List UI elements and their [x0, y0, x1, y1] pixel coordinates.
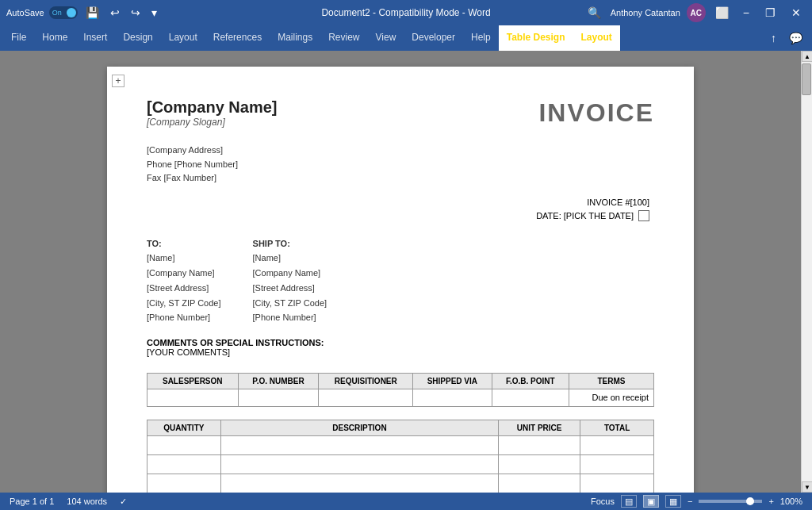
col-requisitioner: REQUISITIONER [319, 373, 413, 389]
item-2-qty[interactable] [147, 454, 221, 474]
po-number-value[interactable] [238, 389, 319, 406]
close-button[interactable]: ✕ [787, 0, 806, 25]
item-2-price[interactable] [499, 454, 580, 474]
tab-table-layout[interactable]: Layout [573, 25, 620, 51]
col-fob-point: F.O.B. POINT [492, 373, 569, 389]
autosave-toggle[interactable]: On [49, 6, 78, 19]
zoom-out-icon[interactable]: − [688, 497, 692, 506]
company-address: [Company Address] [147, 144, 654, 158]
salesperson-value[interactable] [147, 389, 239, 406]
vertical-scrollbar[interactable]: ▲ ▼ [801, 51, 812, 493]
maximize-button[interactable]: ❐ [760, 0, 780, 25]
view-print-button[interactable]: ▤ [621, 495, 637, 508]
terms-value[interactable]: Due on receipt [569, 389, 653, 406]
comments-icon[interactable]: 💬 [783, 32, 809, 44]
customize-icon[interactable]: ▾ [148, 5, 160, 21]
title-bar-right: 🔍 Anthony Catantan AC ⬜ − ❐ ✕ [539, 0, 806, 25]
tab-home[interactable]: Home [34, 25, 75, 51]
undo-icon[interactable]: ↩ [107, 5, 123, 21]
status-left: Page 1 of 1 104 words ✓ [10, 497, 127, 507]
tab-table-design[interactable]: Table Design [499, 25, 573, 51]
tab-review[interactable]: Review [320, 25, 367, 51]
date-checkbox[interactable] [638, 210, 649, 221]
item-3-price[interactable] [499, 474, 580, 493]
requisitioner-value[interactable] [319, 389, 413, 406]
ship-name: [Name] [253, 251, 327, 266]
col-terms: TERMS [569, 373, 653, 389]
redo-icon[interactable]: ↪ [128, 5, 144, 21]
shipped-via-value[interactable] [413, 389, 492, 406]
company-slogan: [Company Slogan] [147, 117, 277, 128]
proofing-icon[interactable]: ✓ [120, 497, 127, 507]
invoice-number: INVOICE #[100] [533, 197, 653, 208]
tab-help[interactable]: Help [463, 25, 499, 51]
tab-layout[interactable]: Layout [161, 25, 205, 51]
page-info: Page 1 of 1 [10, 497, 54, 507]
comments-label: COMMENTS OR SPECIAL INSTRUCTIONS: [147, 338, 654, 347]
item-1-total[interactable] [580, 435, 654, 454]
tab-design[interactable]: Design [115, 25, 160, 51]
share-icon[interactable]: ↑ [764, 32, 783, 44]
autosave-label: AutoSave [6, 8, 44, 17]
search-icon[interactable]: 🔍 [584, 5, 604, 21]
scroll-track[interactable] [802, 62, 812, 481]
scroll-down-button[interactable]: ▼ [802, 481, 812, 493]
document-content[interactable]: + [Company Name] [Company Slogan] INVOIC… [0, 51, 801, 493]
tab-references[interactable]: References [205, 25, 270, 51]
scroll-thumb[interactable] [802, 63, 811, 95]
item-1-desc[interactable] [220, 435, 498, 454]
tab-developer[interactable]: Developer [404, 25, 463, 51]
info-table: SALESPERSON P.O. NUMBER REQUISITIONER SH… [147, 373, 654, 407]
tab-mailings[interactable]: Mailings [270, 25, 320, 51]
item-1-qty[interactable] [147, 435, 221, 454]
col-quantity: QUANTITY [147, 420, 221, 435]
scroll-up-button[interactable]: ▲ [802, 51, 812, 62]
item-2-total[interactable] [580, 454, 654, 474]
item-2-desc[interactable] [220, 454, 498, 474]
billing-address: TO: [Name] [Company Name] [Street Addres… [147, 236, 221, 325]
zoom-slider[interactable] [699, 500, 762, 503]
info-table-row: Due on receipt [147, 389, 654, 406]
tab-file[interactable]: File [3, 25, 34, 51]
comments-value: [YOUR COMMENTS] [147, 347, 654, 357]
item-3-qty[interactable] [147, 474, 221, 493]
focus-label[interactable]: Focus [591, 497, 615, 506]
view-read-button[interactable]: ▦ [665, 495, 681, 508]
status-bar: Page 1 of 1 104 words ✓ Focus ▤ ▣ ▦ − + … [0, 493, 812, 510]
title-bar: AutoSave On 💾 ↩ ↪ ▾ Document2 - Compatib… [0, 0, 812, 25]
zoom-thumb [746, 497, 754, 505]
ribbon: File Home Insert Design Layout Reference… [0, 25, 812, 51]
zoom-in-icon[interactable]: + [768, 497, 773, 506]
bill-company: [Company Name] [147, 266, 221, 281]
user-avatar[interactable]: AC [687, 3, 706, 22]
item-row-2 [147, 454, 654, 474]
item-1-price[interactable] [499, 435, 580, 454]
ribbon-toggle-icon[interactable]: ⬜ [712, 5, 732, 21]
minimize-button[interactable]: − [738, 0, 754, 25]
to-label: TO: [147, 236, 221, 251]
status-right: Focus ▤ ▣ ▦ − + 100% [591, 495, 802, 508]
company-info: [Company Name] [Company Slogan] [147, 98, 277, 128]
company-fax: Fax [Fax Number] [147, 171, 654, 186]
fob-point-value[interactable] [492, 389, 569, 406]
col-description: DESCRIPTION [220, 420, 498, 435]
view-web-button[interactable]: ▣ [643, 495, 659, 508]
ship-street: [Street Address] [253, 281, 327, 296]
item-3-total[interactable] [580, 474, 654, 493]
window-title: Document2 - Compatibility Mode - Word [273, 7, 539, 18]
col-shipped-via: SHIPPED VIA [413, 373, 492, 389]
page-add-button[interactable]: + [112, 75, 124, 87]
col-total: TOTAL [580, 420, 654, 435]
ship-to-label: SHIP TO: [253, 236, 327, 251]
save-icon[interactable]: 💾 [82, 5, 102, 21]
item-3-desc[interactable] [220, 474, 498, 493]
company-details: [Company Address] Phone [Phone Number] F… [147, 144, 654, 186]
toggle-knob [67, 8, 76, 17]
document-area: + [Company Name] [Company Slogan] INVOIC… [0, 51, 812, 493]
word-count: 104 words [67, 497, 107, 507]
tab-insert[interactable]: Insert [75, 25, 115, 51]
ship-city: [City, ST ZIP Code] [253, 296, 327, 311]
company-phone: Phone [Phone Number] [147, 158, 654, 172]
col-salesperson: SALESPERSON [147, 373, 239, 389]
tab-view[interactable]: View [368, 25, 404, 51]
